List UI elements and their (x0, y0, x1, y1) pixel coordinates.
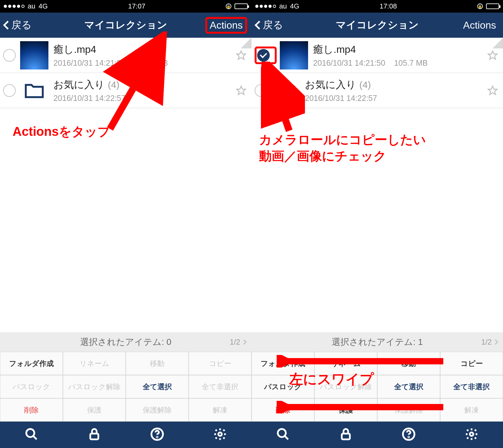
action-cell[interactable]: 保護 (63, 398, 126, 422)
arrow-icon (277, 355, 446, 368)
chevron-left-icon (3, 21, 12, 30)
file-date: 2016/10/31 14:22:57 (305, 94, 377, 103)
file-size: 105.7 MB (394, 58, 428, 68)
carrier-label: au (279, 2, 287, 10)
chevron-left-icon (255, 21, 263, 30)
action-cell[interactable]: 全て非選択 (189, 375, 252, 398)
svg-point-7 (157, 437, 158, 437)
checkbox-icon[interactable] (3, 84, 16, 97)
action-cell[interactable]: コピー (189, 352, 252, 375)
search-tab[interactable] (276, 427, 290, 442)
orientation-lock-icon: 🔒 (477, 3, 483, 9)
action-cell[interactable]: コピー (440, 352, 503, 375)
network-label: 4G (290, 2, 299, 10)
battery-icon (486, 3, 499, 9)
search-tab[interactable] (25, 427, 38, 442)
lock-tab[interactable] (339, 427, 353, 442)
action-cell[interactable]: 保護解除 (126, 398, 189, 422)
file-name: お気に入り (53, 78, 105, 92)
svg-point-3 (26, 429, 35, 437)
chevron-right-icon (493, 340, 498, 345)
action-cell[interactable]: 移動 (126, 352, 189, 375)
carrier-label: au (28, 2, 35, 10)
selection-count-label: 選択されたアイテム: 0 (80, 336, 171, 348)
nav-bar: 戻る マイコレクション Actions (252, 13, 503, 38)
arrow-icon (261, 62, 305, 134)
action-cell[interactable]: フォルダ作成 (0, 352, 63, 375)
video-thumbnail (20, 41, 48, 69)
action-cell[interactable]: 全て選択 (377, 375, 440, 398)
svg-marker-10 (488, 86, 497, 94)
selection-count-label: 選択されたアイテム: 1 (332, 336, 423, 348)
action-cell[interactable]: パスロック (0, 375, 63, 398)
actions-button[interactable]: Actions (205, 17, 247, 34)
action-cell[interactable]: 削除 (0, 398, 63, 422)
action-cell[interactable]: 全て非選択 (440, 375, 503, 398)
back-button[interactable]: 戻る (256, 18, 283, 32)
svg-point-18 (408, 437, 409, 437)
action-cell[interactable]: 解凍 (189, 398, 252, 422)
star-icon[interactable] (487, 85, 498, 96)
action-grid: フォルダ作成リネーム移動コピーパスロックパスロック解除全て選択全て非選択削除保護… (0, 352, 252, 422)
help-tab[interactable] (150, 427, 164, 442)
arrow-icon (101, 31, 182, 132)
checkbox-icon[interactable] (3, 49, 16, 62)
back-label: 戻る (11, 18, 32, 32)
page-indicator[interactable]: 1/2 (230, 338, 246, 346)
star-icon[interactable] (236, 85, 246, 96)
action-cell[interactable]: リネーム (63, 352, 126, 375)
svg-line-2 (110, 41, 160, 129)
status-bar: au 4G 17:08 🔒 (252, 0, 503, 13)
back-label: 戻る (263, 18, 283, 32)
clock-label: 17:07 (128, 2, 145, 10)
arrow-icon (277, 401, 446, 413)
svg-rect-16 (342, 434, 350, 439)
annotation-text: Actionsをタップ (13, 123, 110, 140)
dogear-icon (241, 38, 252, 48)
file-name: 癒し.mp4 (53, 43, 96, 57)
network-label: 4G (38, 2, 47, 10)
page-indicator[interactable]: 1/2 (481, 338, 497, 346)
svg-rect-5 (90, 434, 98, 439)
action-cell[interactable]: 解凍 (440, 398, 503, 422)
screen-left: au 4G 17:07 🔒 戻る マイコレクション Actions 癒し.mp4… (0, 0, 252, 448)
orientation-lock-icon: 🔒 (226, 3, 231, 9)
screen-right: au 4G 17:08 🔒 戻る マイコレクション Actions 癒し.mp4… (252, 0, 503, 448)
checkbox-icon[interactable] (257, 49, 270, 62)
svg-line-4 (33, 436, 37, 440)
action-panel: 選択されたアイテム: 1 1/2 フォルダ作成リネーム移動コピーパスロックパスロ… (252, 332, 503, 422)
settings-tab[interactable] (213, 427, 227, 442)
svg-line-11 (267, 68, 289, 131)
help-tab[interactable] (402, 427, 416, 442)
file-date: 2016/10/31 14:21:50 (313, 58, 385, 68)
item-meta: 癒し.mp4 2016/10/31 14:21:50 105.7 MB (313, 43, 485, 68)
lock-tab[interactable] (87, 427, 101, 442)
back-button[interactable]: 戻る (4, 18, 32, 32)
chevron-right-icon (241, 340, 247, 345)
tab-bar (252, 422, 503, 448)
svg-marker-0 (237, 51, 246, 59)
tab-bar (0, 422, 252, 448)
action-cell[interactable]: 全て選択 (126, 375, 189, 398)
action-cell[interactable]: パスロック解除 (63, 375, 126, 398)
battery-icon (235, 3, 248, 9)
star-icon[interactable] (487, 50, 498, 61)
selection-count-bar: 選択されたアイテム: 1 1/2 (252, 332, 503, 352)
annotation-text: カメラロールにコピーしたい 動画／画像にチェック (259, 131, 426, 164)
folder-count: (4) (359, 80, 371, 90)
star-icon[interactable] (236, 50, 246, 61)
signal-dots-icon (255, 5, 276, 8)
selection-count-bar: 選択されたアイテム: 0 1/2 (0, 332, 252, 352)
actions-button[interactable]: Actions (461, 19, 499, 32)
svg-point-8 (218, 433, 222, 436)
svg-marker-1 (237, 86, 246, 94)
clock-label: 17:08 (379, 2, 397, 10)
file-name: お気に入り (305, 78, 356, 92)
status-bar: au 4G 17:07 🔒 (0, 0, 252, 13)
file-name: 癒し.mp4 (313, 43, 356, 57)
dogear-icon (492, 38, 503, 48)
folder-icon (20, 76, 48, 105)
svg-point-14 (278, 429, 286, 437)
settings-tab[interactable] (465, 427, 478, 442)
svg-line-15 (285, 436, 288, 440)
